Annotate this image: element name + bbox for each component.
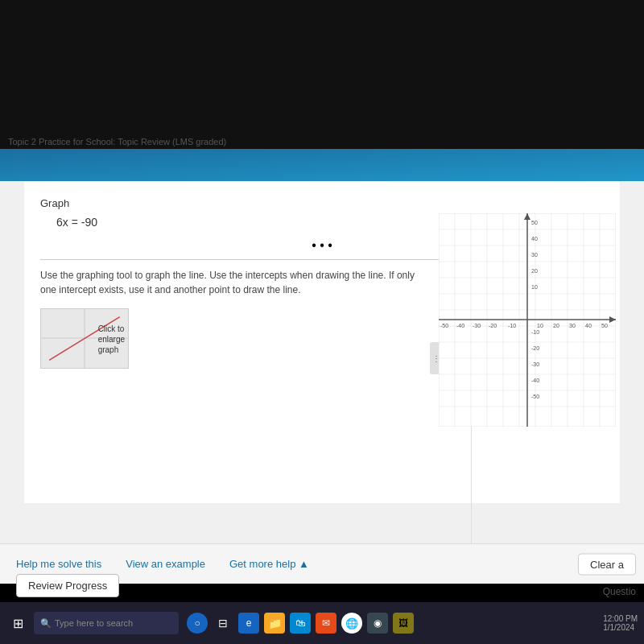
taskbar-icon-store[interactable]: 🛍 — [290, 613, 311, 634]
svg-text:20: 20 — [553, 323, 559, 328]
coordinate-grid[interactable]: 50 40 30 20 10 -10 -20 -30 -40 -50 -50 -… — [439, 213, 616, 427]
top-black-area — [0, 0, 644, 149]
svg-text:50: 50 — [601, 323, 608, 328]
content-panel: Graph 6x = -90 • • • Use the graphing to… — [24, 181, 620, 503]
svg-text:50: 50 — [531, 220, 538, 225]
taskbar-icons-group: ○ ⊟ e 📁 🛍 ✉ 🌐 ◉ 🖼 — [187, 613, 414, 634]
svg-text:-30: -30 — [473, 323, 481, 328]
start-button[interactable]: ⊞ — [6, 612, 29, 634]
taskbar-icon-misc[interactable]: ◉ — [367, 613, 388, 634]
dots-icon: • • • — [312, 238, 332, 252]
svg-text:30: 30 — [569, 323, 576, 328]
main-wrapper: Graph 6x = -90 • • • Use the graphing to… — [0, 149, 644, 584]
svg-text:20: 20 — [531, 268, 538, 274]
taskbar-icon-edge[interactable]: e — [238, 613, 259, 634]
taskbar-icon-widgets[interactable]: ⊟ — [213, 613, 233, 634]
svg-text:40: 40 — [531, 236, 538, 242]
svg-text:-20: -20 — [489, 323, 497, 328]
taskbar-icon-folder[interactable]: 📁 — [264, 613, 285, 634]
review-progress-button[interactable]: Review Progress — [16, 574, 119, 597]
search-bar[interactable]: 🔍 Type here to search — [34, 612, 179, 634]
taskbar: ⊞ 🔍 Type here to search ○ ⊟ e 📁 🛍 ✉ 🌐 ◉ … — [0, 602, 644, 644]
svg-text:30: 30 — [531, 252, 538, 258]
section-label: Graph — [40, 197, 604, 209]
get-more-help-link[interactable]: Get more help ▲ — [229, 558, 309, 570]
search-placeholder-text: Type here to search — [55, 618, 133, 628]
svg-text:-40: -40 — [531, 378, 539, 383]
svg-text:-10: -10 — [531, 329, 539, 335]
taskbar-icon-photo[interactable]: 🖼 — [393, 613, 414, 634]
topic-label: Topic 2 Practice for School: Topic Revie… — [8, 137, 226, 147]
taskbar-clock: 12:00 PM1/1/2024 — [603, 614, 638, 632]
svg-text:10: 10 — [537, 323, 543, 328]
svg-text:-30: -30 — [531, 361, 539, 367]
enlarge-text: Click toenlargegraph — [98, 323, 125, 354]
instruction-text: Use the graphing tool to graph the line.… — [40, 268, 427, 297]
svg-text:-50: -50 — [440, 323, 448, 328]
svg-text:10: 10 — [531, 284, 538, 290]
taskbar-icon-chrome[interactable]: 🌐 — [341, 613, 362, 634]
search-icon: 🔍 — [40, 618, 52, 629]
enlarge-graph-button[interactable]: Click toenlargegraph — [40, 308, 129, 369]
question-label: Questio — [603, 586, 636, 597]
svg-text:40: 40 — [585, 323, 592, 328]
clear-button[interactable]: Clear a — [578, 553, 636, 575]
svg-text:-40: -40 — [456, 323, 464, 328]
svg-text:-20: -20 — [531, 345, 539, 351]
blue-header — [0, 149, 644, 181]
view-example-link[interactable]: View an example — [126, 558, 205, 570]
taskbar-icon-mail[interactable]: ✉ — [316, 613, 336, 634]
help-me-solve-link[interactable]: Help me solve this — [16, 558, 101, 570]
taskbar-icon-cortana[interactable]: ○ — [187, 613, 208, 634]
svg-text:-10: -10 — [508, 323, 516, 328]
svg-text:-50: -50 — [531, 394, 539, 399]
